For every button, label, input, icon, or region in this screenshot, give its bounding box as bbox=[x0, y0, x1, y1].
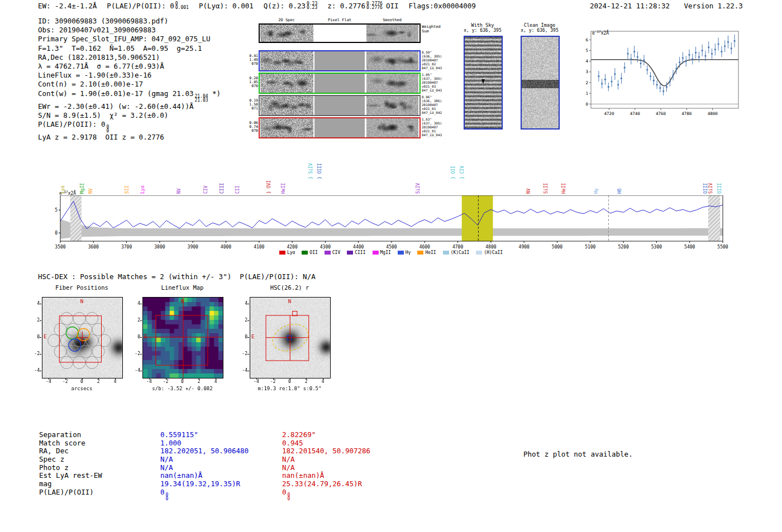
x-tick-label: 0 bbox=[177, 379, 188, 384]
legend-item: CIV bbox=[325, 250, 340, 255]
match-row-label: mag bbox=[39, 480, 160, 488]
x-tick-label: 3800 bbox=[154, 245, 165, 250]
info-line: S/N = 8.9(±1.5) χ² = 3.2(±0.0) bbox=[38, 111, 221, 120]
y-tick-label: 0 bbox=[55, 231, 58, 236]
data-point bbox=[721, 51, 722, 52]
spec2d-image bbox=[260, 96, 313, 115]
data-point bbox=[711, 53, 713, 55]
spec2d-row-id: 0.96"(636, 386)20190407v021_01047_LU_042 bbox=[422, 95, 442, 115]
x-tick-label: 5400 bbox=[684, 245, 695, 250]
match-col2-value: nan(±nan)Å bbox=[282, 472, 370, 480]
x-tick-label: 4800 bbox=[708, 111, 718, 116]
data-point bbox=[718, 43, 719, 45]
spec2d-col-header: 2D Spec bbox=[269, 18, 304, 22]
fit-curve bbox=[591, 60, 738, 86]
info-line: EWr = -2.30(±0.41) (w: -2.60(±0.44))Å bbox=[38, 102, 221, 111]
full-spectrum-plot: 3500360037003800390040004100420043004400… bbox=[51, 189, 731, 261]
x-tick-label: 5300 bbox=[651, 245, 662, 250]
emission-line-label: OIII bbox=[717, 183, 722, 194]
qz-value: Q(z): 0.230.230.23 bbox=[264, 2, 318, 11]
pixel-flat-image bbox=[314, 118, 365, 137]
spec2d-row-weights: 0.191.50071 bbox=[249, 99, 258, 111]
match-col2-value: 2.82269" bbox=[282, 431, 370, 439]
data-point bbox=[640, 63, 642, 64]
match-col1-value: 000 bbox=[160, 488, 282, 501]
fiber-circle bbox=[79, 346, 92, 358]
y-tick-label: 3 bbox=[585, 69, 588, 74]
match-col1-value: nan(±nan)Å bbox=[160, 472, 282, 480]
fiber-circle bbox=[54, 323, 66, 336]
x-tick-label: 4720 bbox=[604, 111, 614, 116]
match-table: Separation0.559115"2.82269"Match score1.… bbox=[39, 431, 370, 497]
match-col2-value: N/A bbox=[282, 456, 370, 464]
x-tick-label: 4300 bbox=[320, 245, 331, 250]
y-tick-label: 5 bbox=[55, 208, 58, 213]
spec2d-panel: 2D SpecPixel FlatSmoothedWeightedSum0.41… bbox=[249, 17, 450, 146]
info-line: RA,Dec (182.201813,50.906521) bbox=[38, 53, 221, 62]
legend-item: (H)CaII bbox=[476, 250, 503, 255]
data-point bbox=[601, 83, 603, 84]
emission-line-label: NV bbox=[526, 188, 531, 194]
source-info-block: ID: 3090069883 (3090069883.pdf)Obs: 2019… bbox=[38, 17, 221, 142]
line-fit-plot: 472047404760478048000123456e-17x2Å bbox=[580, 26, 743, 121]
legend-item: MgII bbox=[373, 250, 391, 255]
match-row-label: P(LAE)/P(OII) bbox=[39, 488, 160, 501]
emission-line-label: } OVI bbox=[266, 180, 271, 194]
data-point bbox=[714, 49, 716, 50]
pixel-flat-image bbox=[314, 96, 365, 115]
data-point bbox=[685, 60, 687, 62]
x-tick-label: 2 bbox=[301, 379, 312, 384]
data-point bbox=[621, 78, 622, 79]
match-col1-value: 0.559115" bbox=[160, 431, 282, 439]
with-sky-title: With Sky bbox=[462, 22, 503, 28]
emission-line-label: SII bbox=[125, 186, 130, 194]
data-point bbox=[698, 56, 700, 57]
data-point bbox=[633, 51, 635, 52]
match-row-label: Separation bbox=[39, 431, 160, 439]
data-point bbox=[704, 55, 706, 56]
x-tick-label: -4 bbox=[43, 379, 54, 384]
fiber-circle bbox=[73, 313, 85, 325]
fiber-circle bbox=[92, 346, 104, 358]
match-row: Match score1.0000.945 bbox=[39, 439, 370, 448]
emission-line-label: } SiIV bbox=[308, 163, 313, 179]
fiber-circle bbox=[79, 323, 92, 336]
emission-line-label: } CIV bbox=[460, 166, 465, 179]
x-tick-label: -2 bbox=[60, 379, 71, 384]
info-line: P(LAE)/P(OII): 000 bbox=[38, 120, 221, 133]
x-tick-label: 3700 bbox=[121, 245, 132, 250]
cutouts-row: Fiber PositionsNE-4-4-2-2002244arcsecsLi… bbox=[0, 282, 402, 402]
y-tick-label: 2 bbox=[129, 318, 140, 323]
y-tick-label: 4 bbox=[129, 301, 140, 306]
cutout-overlay bbox=[250, 297, 330, 377]
emission-line-label: } OIII bbox=[317, 163, 322, 179]
smoothed-image bbox=[366, 96, 418, 115]
weighted-sum-label: WeightedSum bbox=[422, 25, 441, 33]
legend-swatch bbox=[279, 251, 285, 255]
x-tick-label: 0 bbox=[284, 379, 295, 384]
y-tick-label: 0 bbox=[28, 334, 40, 339]
match-col2-value: 000 bbox=[282, 488, 370, 501]
spec2d-image bbox=[260, 118, 313, 137]
y-tick-label: 4 bbox=[236, 301, 247, 306]
match-col1-value: 1.000 bbox=[160, 439, 282, 448]
legend-swatch bbox=[325, 251, 331, 255]
info-line: F=1.3" T=0.162 N̄=1.05 A=0.95 g=25.1 bbox=[38, 44, 221, 53]
fiber-circle bbox=[92, 323, 104, 336]
y-tick-label: 1 bbox=[585, 91, 588, 96]
x-tick-label: 4400 bbox=[353, 245, 364, 250]
y-tick-label: -4 bbox=[129, 368, 140, 373]
x-tick-label: 4000 bbox=[221, 245, 231, 250]
smoothed-image bbox=[366, 118, 418, 137]
fit-plot-svg: 472047404760478048000123456 bbox=[580, 26, 743, 119]
data-point bbox=[662, 90, 664, 92]
clean-image-header: Clean Image x, y: 636, 395 bbox=[519, 22, 560, 33]
fiber-circle bbox=[86, 334, 98, 347]
spec2d-row-id: 1.63"(637, 395)20190407v021_01047_LU_043 bbox=[422, 118, 442, 137]
photz-note: Phot z plot not available. bbox=[523, 450, 633, 459]
data-point bbox=[656, 84, 658, 85]
match-col2-value: 0.945 bbox=[282, 439, 370, 448]
emission-line-label: MgII bbox=[80, 183, 85, 194]
data-point bbox=[653, 80, 655, 82]
emission-line-label: Lyα bbox=[140, 186, 145, 194]
